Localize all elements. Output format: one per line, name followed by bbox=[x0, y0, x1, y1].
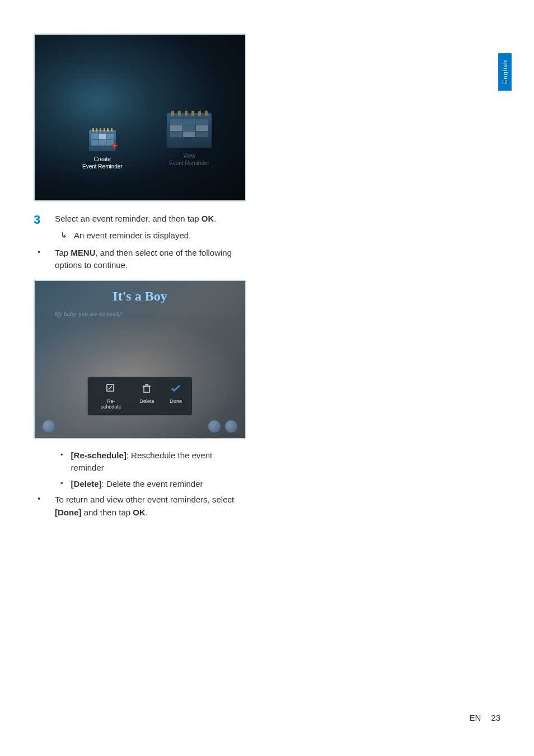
bullet-icon: • bbox=[34, 494, 45, 503]
menu-view-event-reminder: View Event Reminder bbox=[167, 113, 212, 167]
popup-delete-label: Delete bbox=[139, 398, 154, 404]
bullet-icon: • bbox=[34, 247, 45, 256]
footer-page-number: 23 bbox=[491, 713, 500, 722]
option-text: [Re-schedule]: Reschedule the event remi… bbox=[71, 449, 246, 475]
reminder-message: My baby, you are so lovely! bbox=[55, 311, 122, 317]
option-reschedule: • [Re-schedule]: Reschedule the event re… bbox=[60, 449, 246, 475]
svg-line-1 bbox=[109, 386, 112, 389]
bullet-text: Tap MENU, and then select one of the fol… bbox=[55, 247, 246, 272]
page-footer: EN 23 bbox=[469, 713, 500, 722]
calendar-plus-icon: + bbox=[89, 130, 116, 151]
language-tab: English bbox=[498, 53, 512, 91]
bullet-text: To return and view other event reminders… bbox=[55, 494, 246, 519]
reminder-title: It's a Boy bbox=[113, 289, 167, 304]
instruction-bullet-return: • To return and view other event reminde… bbox=[34, 494, 246, 519]
menu-create-event-reminder: + Create Event Reminder bbox=[82, 130, 123, 170]
view-label: View Event Reminder bbox=[167, 152, 212, 167]
step-number: 3 bbox=[34, 213, 45, 227]
step-3: 3 Select an event reminder, and then tap… bbox=[34, 213, 246, 227]
popup-done-label: Done bbox=[170, 398, 182, 404]
check-icon bbox=[170, 383, 181, 394]
result-text: An event reminder is displayed. bbox=[74, 229, 191, 242]
step-text: Select an event reminder, and then tap O… bbox=[55, 213, 246, 226]
instruction-bullet-menu: • Tap MENU, and then select one of the f… bbox=[34, 247, 246, 272]
option-delete: • [Delete]: Delete the event reminder bbox=[60, 478, 246, 491]
screenshot-event-reminder-menu: + Create Event Reminder View Event Remin… bbox=[34, 34, 246, 201]
popup-delete: Delete bbox=[132, 383, 162, 410]
popup-done: Done bbox=[162, 383, 190, 410]
menu-popup: Re-schedule Delete Done bbox=[87, 377, 193, 416]
edit-icon bbox=[105, 383, 116, 394]
calendar-icon bbox=[167, 113, 212, 148]
popup-reschedule: Re-schedule bbox=[90, 383, 132, 410]
bullet-icon: • bbox=[60, 450, 63, 459]
popup-reschedule-label: Re-schedule bbox=[98, 398, 124, 410]
trash-icon bbox=[141, 383, 152, 394]
option-text: [Delete]: Delete the event reminder bbox=[71, 478, 246, 491]
create-label: Create Event Reminder bbox=[82, 156, 123, 170]
result-arrow-icon: ↳ bbox=[60, 231, 67, 240]
screenshot-event-reminder-view: It's a Boy My baby, you are so lovely! R… bbox=[34, 280, 246, 439]
footer-lang: EN bbox=[469, 713, 481, 722]
bullet-icon: • bbox=[60, 479, 63, 487]
plus-icon: + bbox=[111, 139, 118, 153]
page-content: + Create Event Reminder View Event Remin… bbox=[0, 0, 280, 519]
svg-rect-2 bbox=[144, 386, 149, 392]
step-3-result: ↳ An event reminder is displayed. bbox=[60, 229, 246, 242]
